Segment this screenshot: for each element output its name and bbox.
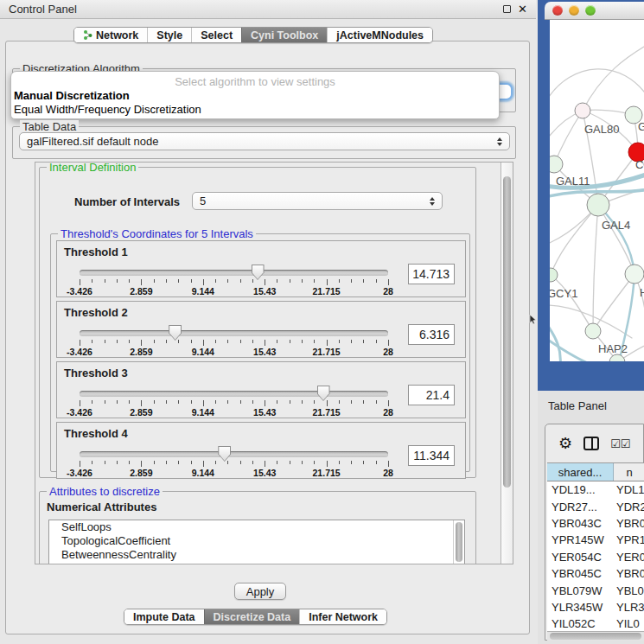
cell-name[interactable]: YLR3	[614, 601, 644, 614]
slider-track[interactable]	[80, 270, 388, 276]
threshold-value-field-1[interactable]: 14.713	[408, 264, 455, 284]
tab-style[interactable]: Style	[147, 28, 191, 42]
cell-name[interactable]: YBR0	[614, 517, 644, 530]
tab-jactivemnodules[interactable]: jActiveMNodules	[327, 28, 432, 42]
algorithm-option-manual[interactable]: Manual Discretization	[11, 89, 499, 103]
cell-name[interactable]: YPR1	[614, 533, 644, 546]
split-columns-icon[interactable]	[583, 437, 599, 450]
attributes-scrollbar[interactable]	[453, 520, 464, 564]
cell-shared-name[interactable]: YBR043C	[547, 517, 614, 530]
bottom-tab-discretize-data[interactable]: Discretize Data	[204, 609, 300, 624]
table-row[interactable]: YER054CYER0	[547, 549, 644, 565]
threshold-slider-3[interactable]: -3.4262.8599.14415.4321.71528	[80, 388, 388, 414]
cell-shared-name[interactable]: YLR345W	[547, 601, 614, 614]
slider-major-tick	[327, 400, 328, 406]
slider-minor-tick	[191, 400, 192, 404]
settings-scroll-area: Interval Definition Number of Intervals …	[35, 162, 513, 564]
zoom-traffic-light-icon[interactable]	[585, 5, 596, 16]
cell-name[interactable]: YDL1	[614, 483, 644, 496]
column-header-shared-name[interactable]: shared...	[547, 463, 614, 481]
slider-major-tick	[80, 400, 80, 406]
cell-name[interactable]: YBR0	[614, 567, 644, 580]
network-node-gal11[interactable]	[550, 156, 563, 173]
network-canvas[interactable]: GAL80GACGAL11GAL4GCY1HHAP2	[550, 20, 644, 361]
bottom-tab-impute-data[interactable]: Impute Data	[124, 609, 204, 624]
table-row[interactable]: YIL052CYIL0	[547, 615, 644, 631]
network-edge-gray	[598, 205, 634, 274]
threshold-value-field-3[interactable]: 21.4	[408, 385, 455, 405]
slider-tick-label: 9.144	[182, 407, 225, 418]
slider-tick-label: 9.144	[182, 286, 225, 296]
table-panel-window: ⚙ ☑☑ shared... n YDL19...YDL1YDR27...YDR…	[545, 424, 644, 641]
select-columns-icon[interactable]: ☑☑	[610, 437, 630, 450]
slider-minor-tick	[376, 461, 377, 464]
settings-scrollbar-thumb[interactable]	[503, 176, 511, 488]
table-row[interactable]: YPR145WYPR1	[547, 532, 644, 548]
slider-thumb[interactable]	[169, 325, 182, 341]
table-row[interactable]: YDR27...YDR2	[547, 498, 644, 514]
algorithm-dropdown-popup: Select algorithm to view settings Manual…	[10, 71, 500, 119]
threshold-slider-1[interactable]: -3.4262.8599.14415.4321.71528	[80, 267, 388, 293]
numerical-attributes-list[interactable]: SelfLoopsTopologicalCoefficientBetweenne…	[48, 520, 465, 564]
number-of-intervals-combo[interactable]: 5	[192, 192, 443, 210]
slider-minor-tick	[290, 279, 290, 283]
gear-icon[interactable]: ⚙	[558, 436, 572, 451]
cell-shared-name[interactable]: YIL052C	[547, 617, 614, 630]
network-node-gal4[interactable]	[587, 194, 609, 216]
table-row[interactable]: YLR345WYLR3	[547, 599, 644, 615]
table-row[interactable]: YBR043CYBR0	[547, 515, 644, 532]
cell-shared-name[interactable]: YDR27...	[547, 501, 614, 513]
network-node-h[interactable]	[625, 265, 644, 284]
cell-shared-name[interactable]: YDL19...	[547, 483, 614, 496]
cell-name[interactable]: YER0	[614, 551, 644, 564]
attributes-scrollbar-thumb[interactable]	[456, 522, 462, 562]
slider-thumb[interactable]	[317, 386, 330, 401]
threshold-slider-4[interactable]: -3.4262.8599.14415.4321.71528	[80, 449, 388, 475]
threshold-slider-2[interactable]: -3.4262.8599.14415.4321.71528	[80, 328, 388, 354]
slider-major-tick	[80, 461, 80, 467]
table-hscrollbar-thumb[interactable]	[550, 633, 641, 640]
threshold-value-field-2[interactable]: 6.316	[408, 324, 455, 345]
cell-name[interactable]: YDR2	[614, 501, 644, 513]
network-node-gal80[interactable]	[575, 103, 590, 118]
table-row[interactable]: YBR045CYBR0	[547, 565, 644, 582]
table-hscrollbar[interactable]	[547, 631, 644, 641]
slider-thumb[interactable]	[218, 446, 231, 462]
table-data-combo[interactable]: galFiltered.sif default node	[19, 132, 510, 150]
minimize-traffic-light-icon[interactable]	[569, 5, 579, 16]
network-node-hap2[interactable]	[585, 323, 601, 339]
algorithm-option-equal-width[interactable]: Equal Width/Frequency Discretization	[11, 103, 499, 117]
network-node-label-gal11: GAL11	[556, 175, 590, 188]
settings-scrollbar[interactable]	[501, 163, 513, 564]
table-row[interactable]: YDL19...YDL1	[547, 481, 644, 498]
cell-name[interactable]: YIL0	[614, 617, 644, 630]
apply-button[interactable]: Apply	[234, 583, 286, 600]
tab-select-label: Select	[201, 29, 233, 41]
slider-track[interactable]	[80, 330, 388, 336]
tab-cyni-toolbox[interactable]: Cyni Toolbox	[241, 28, 327, 42]
threshold-value-field-4[interactable]: 11.344	[408, 445, 455, 466]
cell-name[interactable]: YBL0	[614, 584, 644, 597]
slider-tick-label: 15.43	[243, 286, 286, 296]
slider-track[interactable]	[80, 451, 388, 457]
tab-network[interactable]: Network	[74, 28, 147, 42]
attribute-item-betweennesscentrality[interactable]: BetweennessCentrality	[49, 548, 464, 562]
cell-shared-name[interactable]: YER054C	[547, 551, 614, 564]
attribute-item-topologicalcoefficient[interactable]: TopologicalCoefficient	[49, 534, 464, 548]
table-row[interactable]: YBL079WYBL0	[547, 582, 644, 598]
cell-shared-name[interactable]: YBL079W	[547, 584, 614, 597]
cell-shared-name[interactable]: YPR145W	[547, 533, 614, 546]
slider-major-tick	[265, 400, 265, 406]
attribute-item-selfloops[interactable]: SelfLoops	[49, 520, 464, 534]
bottom-tab-infer-network[interactable]: Infer Network	[299, 609, 386, 624]
float-window-icon[interactable]	[503, 5, 511, 13]
slider-minor-tick	[351, 340, 352, 343]
slider-track[interactable]	[80, 391, 388, 397]
slider-thumb[interactable]	[252, 265, 265, 280]
column-header-name[interactable]: n	[614, 463, 644, 481]
tab-select[interactable]: Select	[191, 28, 241, 42]
slider-minor-tick	[154, 279, 155, 283]
close-traffic-light-icon[interactable]	[552, 5, 563, 16]
close-icon[interactable]: ✕	[518, 3, 527, 15]
cell-shared-name[interactable]: YBR045C	[547, 567, 614, 580]
